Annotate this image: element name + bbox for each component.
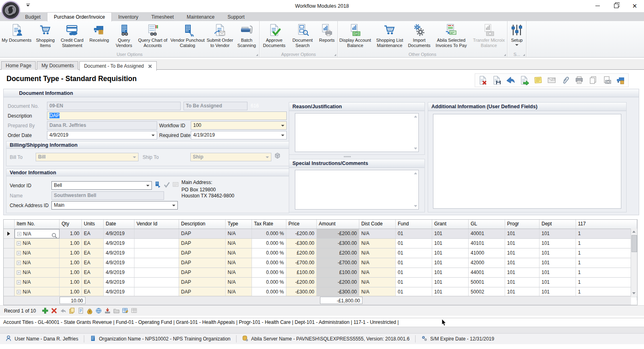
- grid-cell-vendor-id[interactable]: [134, 278, 179, 287]
- ribbon-button-my-documents[interactable]: My Documents: [0, 22, 33, 51]
- grid-cell-grant[interactable]: 101: [432, 239, 469, 248]
- grid-header-date[interactable]: Date: [104, 220, 134, 229]
- vendor-punchout-icon[interactable]: [155, 181, 162, 188]
- grid-cell-dept[interactable]: 101: [540, 278, 576, 287]
- grid-cell-vendor-id[interactable]: [134, 229, 179, 238]
- ribbon-button-approve-documents[interactable]: Approve Documents: [260, 22, 289, 51]
- close-button[interactable]: ✕: [625, 0, 644, 12]
- ribbon-button-display-account-balance[interactable]: $Display Account Balance: [338, 22, 373, 51]
- grid-cell-amount[interactable]: -£200.00: [317, 229, 359, 238]
- notes-button[interactable]: [531, 75, 545, 86]
- budget-check-icon[interactable]: $: [85, 307, 94, 315]
- export-import-icon[interactable]: [103, 307, 112, 315]
- grid-cell-type[interactable]: N/A: [226, 258, 252, 268]
- ribbon-button-receiving[interactable]: Receiving: [87, 22, 112, 51]
- grid-header-amount[interactable]: Amount: [317, 220, 359, 229]
- grid-cell-item-no[interactable]: N/A: [15, 229, 60, 238]
- ribbon-button-document-search[interactable]: Document Search: [289, 22, 316, 51]
- add-record-icon[interactable]: [41, 307, 50, 315]
- workflow-id-dropdown[interactable]: 100: [191, 121, 287, 130]
- grid-header-gl[interactable]: GL: [469, 220, 505, 229]
- grid-cell-units[interactable]: EA: [82, 287, 104, 297]
- grid-header-117[interactable]: 117: [576, 220, 637, 229]
- grid-cell-description[interactable]: DAP: [179, 287, 226, 297]
- scroll-down-icon[interactable]: [414, 205, 417, 207]
- additional-information-area[interactable]: [433, 114, 621, 209]
- grid-cell-date[interactable]: 4/9/2019: [104, 239, 134, 248]
- grid-cell-fund[interactable]: 01: [396, 268, 432, 277]
- grid-cell-qty[interactable]: 1.00: [60, 239, 82, 248]
- grid-cell-amount[interactable]: £200.00: [317, 248, 359, 258]
- grid-cell-grant[interactable]: 101: [432, 258, 469, 268]
- grid-cell-price[interactable]: £100.00: [286, 268, 317, 277]
- scrollbar-thumb[interactable]: [631, 235, 637, 252]
- ribbon-tab-timesheet[interactable]: Timesheet: [145, 13, 180, 21]
- grid-edit-icon[interactable]: [121, 307, 130, 315]
- grid-cell-qty[interactable]: 1.00: [60, 258, 82, 268]
- scroll-up-icon[interactable]: [414, 116, 417, 118]
- grid-cell-units[interactable]: EA: [82, 229, 104, 238]
- save-document-button[interactable]: [490, 75, 503, 86]
- grid-cell-item-no[interactable]: N/A: [15, 278, 60, 287]
- grid-cell-progr[interactable]: 101: [505, 239, 540, 248]
- grid-cell-grant[interactable]: 101: [432, 287, 469, 297]
- ribbon-button-abila-selected-invoices-to-pay[interactable]: Abila Selected Invoices To Pay: [432, 22, 471, 51]
- vendor-validate-icon[interactable]: [164, 181, 171, 188]
- grid-header-description[interactable]: Description: [179, 220, 226, 229]
- grid-cell-date[interactable]: 4/9/2019: [104, 278, 134, 287]
- attachments-button[interactable]: [559, 75, 572, 86]
- grid-cell-dept[interactable]: 101: [540, 239, 576, 248]
- grid-cell-amount[interactable]: -£300.00: [317, 239, 359, 248]
- ribbon-tab-support[interactable]: Support: [221, 13, 251, 21]
- shipping-address-icon[interactable]: [274, 152, 281, 159]
- grid-cell-type[interactable]: N/A: [226, 239, 252, 248]
- grid-cell-progr[interactable]: 101: [505, 287, 540, 297]
- grid-header-grant[interactable]: Grant: [432, 220, 469, 229]
- grid-cell-date[interactable]: 4/9/2019: [104, 229, 134, 238]
- grid-cell-dist-code[interactable]: N/A: [359, 258, 396, 268]
- grid-cell-price[interactable]: -£300.00: [286, 287, 317, 297]
- ribbon-button-query-chart-of-accounts[interactable]: Query Chart of Accounts: [136, 22, 169, 51]
- grid-header-dist-code[interactable]: Dist Code: [359, 220, 396, 229]
- scroll-up-icon[interactable]: [632, 231, 635, 233]
- grid-header-qty[interactable]: Qty: [60, 220, 82, 229]
- grid-cell-description[interactable]: DAP: [179, 268, 226, 277]
- doc-tab-document-to-be-assigned[interactable]: Document - To Be Assigned: [79, 61, 157, 71]
- grid-cell-units[interactable]: EA: [82, 239, 104, 248]
- grid-cell-description[interactable]: DAP: [179, 248, 226, 258]
- required-date-dropdown[interactable]: 4/19/2019: [191, 131, 287, 139]
- grid-cell-dist-code[interactable]: N/A: [359, 268, 396, 277]
- grid-cell-description[interactable]: DAP: [179, 239, 226, 248]
- scroll-down-icon[interactable]: [414, 148, 417, 150]
- email-button[interactable]: [545, 75, 559, 86]
- ribbon-button-credit-card-statement[interactable]: Credit Card Statement: [58, 22, 87, 51]
- grid-cell-dist-code[interactable]: N/A: [359, 278, 396, 287]
- grid-cell-item-no[interactable]: N/A: [15, 239, 60, 248]
- grid-cell-amount[interactable]: -£700.00: [317, 258, 359, 268]
- grid-cell-date[interactable]: 4/9/2019: [104, 268, 134, 277]
- abila-logo-icon[interactable]: [1, 1, 20, 20]
- doc-tab-my-documents[interactable]: My Documents: [37, 61, 78, 70]
- ribbon-tab-purchase-order-invoice[interactable]: Purchase Order/Invoice: [47, 12, 112, 21]
- grid-cell-117[interactable]: 1: [576, 268, 637, 277]
- grid-cell-fund[interactable]: 01: [396, 287, 432, 297]
- grid-cell-item-no[interactable]: N/A: [15, 248, 60, 258]
- grid-cell-tax-rate[interactable]: 0.000 %: [252, 248, 286, 258]
- undo-record-icon[interactable]: [59, 307, 68, 315]
- grid-cell-item-no[interactable]: N/A: [15, 287, 60, 297]
- grid-cell-type[interactable]: N/A: [226, 248, 252, 258]
- delete-record-icon[interactable]: [50, 307, 59, 315]
- grid-cell-fund[interactable]: 01: [396, 248, 432, 258]
- description-field[interactable]: DAP: [47, 111, 287, 120]
- grid-cell-tax-rate[interactable]: 0.000 %: [252, 258, 286, 268]
- grid-cell-grant[interactable]: 101: [432, 278, 469, 287]
- ribbon-button-reports[interactable]: Reports: [316, 22, 337, 51]
- grid-cell-units[interactable]: EA: [82, 248, 104, 258]
- grid-row[interactable]: N/A1.00EA4/9/2019DAPN/A0.000 %-£200.00-£…: [4, 278, 637, 287]
- submit-document-button[interactable]: [517, 75, 531, 86]
- tab-close-icon[interactable]: [148, 64, 152, 69]
- document-information-header[interactable]: Document Information: [4, 89, 639, 97]
- ribbon-button-setup[interactable]: Setup: [508, 22, 526, 51]
- grid-cell-units[interactable]: EA: [82, 258, 104, 268]
- grid-cell-description[interactable]: DAP: [179, 278, 226, 287]
